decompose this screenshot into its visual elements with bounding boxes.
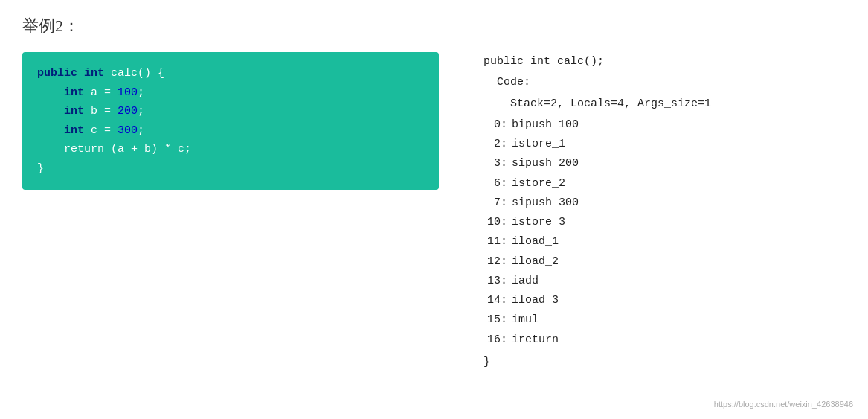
bytecode-row: 12: iload_2 xyxy=(483,252,846,272)
bytecode-instr: iadd xyxy=(512,272,539,291)
stack-info: Stack=2, Locals=4, Args_size=1 xyxy=(483,95,846,114)
bytecode-num: 14: xyxy=(483,291,512,310)
closing-brace: } xyxy=(483,353,846,372)
bytecode-row: 16: ireturn xyxy=(483,330,846,350)
bytecode-instr: iload_1 xyxy=(512,232,559,252)
bytecode-num: 11: xyxy=(483,232,512,252)
code-line-4: int c = 300; xyxy=(37,121,424,141)
bytecode-instr: imul xyxy=(512,310,539,330)
bytecode-num: 6: xyxy=(483,174,512,193)
bytecode-instr: iload_3 xyxy=(512,291,559,310)
bytecode-num: 3: xyxy=(483,154,512,173)
bytecode-row: 3: sipush 200 xyxy=(483,154,846,173)
code-line-1: public int calc() { xyxy=(37,64,424,83)
bytecode-row: 14: iload_3 xyxy=(483,291,846,310)
code-line-3: int b = 200; xyxy=(37,102,424,121)
bytecode-row: 6: istore_2 xyxy=(483,174,846,193)
bytecode-num: 13: xyxy=(483,272,512,291)
kw-int-3: int xyxy=(64,105,84,118)
bytecode-num: 10: xyxy=(483,213,512,232)
bytecode-row: 2: istore_1 xyxy=(483,135,846,154)
kw-public-1: public xyxy=(37,67,77,80)
bytecode-num: 12: xyxy=(483,252,512,272)
page-title: 举例2： xyxy=(22,15,846,37)
bytecode-row: 10: istore_3 xyxy=(483,213,846,232)
bytecode-row: 11: iload_1 xyxy=(483,232,846,252)
watermark: https://blog.csdn.net/weixin_42638946 xyxy=(714,397,853,412)
right-panel: public int calc(); Code: Stack=2, Locals… xyxy=(483,52,846,372)
code-block: public int calc() { int a = 100; int b =… xyxy=(22,52,439,190)
code-line-5: return (a + b) * c; xyxy=(37,140,424,159)
bytecode-instr: sipush 300 xyxy=(512,193,579,213)
bytecode-table: 0: bipush 100 2: istore_1 3: sipush 200 … xyxy=(483,115,846,350)
bytecode-instr: istore_2 xyxy=(512,174,565,193)
kw-int-1: int xyxy=(84,67,104,80)
bytecode-instr: iload_2 xyxy=(512,252,559,272)
kw-int-4: int xyxy=(64,124,84,137)
num-300: 300 xyxy=(118,124,138,137)
code-line-2: int a = 100; xyxy=(37,83,424,103)
left-panel: public int calc() { int a = 100; int b =… xyxy=(22,52,439,190)
bytecode-instr: istore_1 xyxy=(512,135,565,154)
bytecode-num: 16: xyxy=(483,330,512,350)
code-line-6: } xyxy=(37,159,424,179)
bytecode-num: 15: xyxy=(483,310,512,330)
bytecode-num: 0: xyxy=(483,115,512,135)
kw-int-2: int xyxy=(64,86,84,99)
bytecode-row: 15: imul xyxy=(483,310,846,330)
bytecode-num: 7: xyxy=(483,193,512,213)
bytecode-num: 2: xyxy=(483,135,512,154)
bytecode-row: 7: sipush 300 xyxy=(483,193,846,213)
bytecode-instr: istore_3 xyxy=(512,213,565,232)
bytecode-row: 13: iadd xyxy=(483,272,846,291)
num-100: 100 xyxy=(118,86,138,99)
num-200: 200 xyxy=(118,105,138,118)
method-signature: public int calc(); xyxy=(483,52,846,71)
bytecode-instr: sipush 200 xyxy=(512,154,579,173)
code-label: Code: xyxy=(483,73,846,92)
bytecode-instr: ireturn xyxy=(512,330,559,350)
bytecode-instr: bipush 100 xyxy=(512,115,579,135)
bytecode-row: 0: bipush 100 xyxy=(483,115,846,135)
